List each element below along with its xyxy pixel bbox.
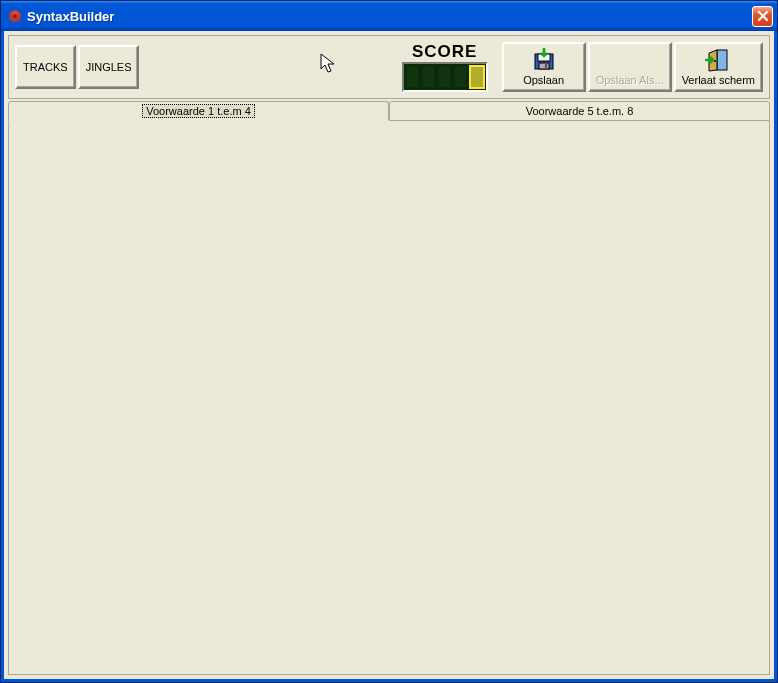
score-digit [405,65,420,89]
tab-strip: Voorwaarde 1 t.e.m 4 Voorwaarde 5 t.e.m.… [8,101,770,121]
client-area: TRACKS JINGLES SCORE [1,31,777,682]
svg-point-1 [13,14,17,18]
tracks-button[interactable]: TRACKS [15,45,76,89]
svg-rect-6 [717,50,727,70]
tab2-label: Voorwaarde 5 t.e.m. 8 [526,105,634,117]
svg-rect-4 [539,63,549,69]
tab-content-area [8,121,770,675]
floppy-icon [532,48,556,72]
score-digit [421,65,436,89]
jingles-button[interactable]: JINGLES [78,45,140,89]
svg-rect-5 [545,64,547,68]
save-button[interactable]: Opslaan [502,42,586,92]
score-digit [453,65,468,89]
save-label: Opslaan [523,74,564,86]
app-icon [7,8,23,24]
save-as-button[interactable]: Opslaan Als... [588,42,672,92]
tracks-label: TRACKS [23,61,68,73]
save-as-label: Opslaan Als... [596,74,664,86]
close-icon [757,10,769,22]
exit-button[interactable]: Verlaat scherm [674,42,763,92]
window-title: SyntaxBuilder [27,9,752,24]
score-title: SCORE [412,42,477,62]
jingles-label: JINGLES [86,61,132,73]
score-panel: SCORE [402,42,488,92]
toolbar: TRACKS JINGLES SCORE [8,35,770,99]
tab-voorwaarde-1-4[interactable]: Voorwaarde 1 t.e.m 4 [8,101,389,121]
exit-door-icon [705,48,731,72]
score-digit [469,65,484,89]
titlebar[interactable]: SyntaxBuilder [1,1,777,31]
score-digit [437,65,452,89]
tab1-label: Voorwaarde 1 t.e.m 4 [142,104,255,118]
exit-label: Verlaat scherm [682,74,755,86]
score-display [402,62,488,92]
close-button[interactable] [752,6,773,27]
app-window: SyntaxBuilder TRACKS JINGLES [0,0,778,683]
tab-voorwaarde-5-8[interactable]: Voorwaarde 5 t.e.m. 8 [389,101,770,121]
